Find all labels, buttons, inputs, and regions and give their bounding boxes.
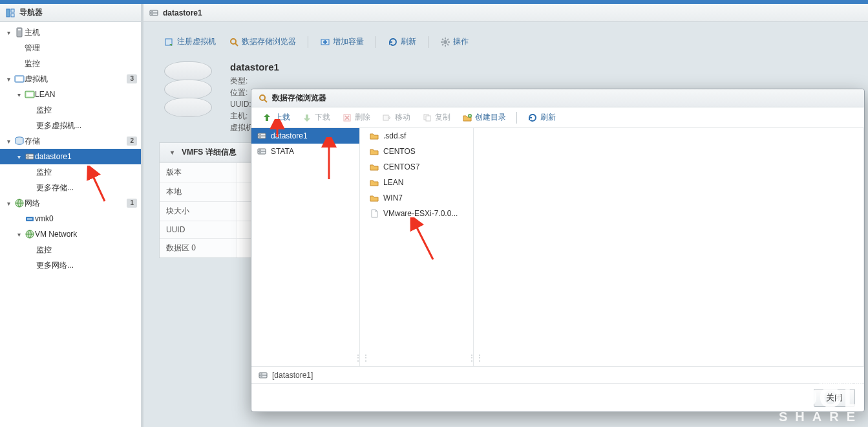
datastore-browser-dialog: 数据存储浏览器 上载 下载 删除 移动 复制 创建目录 刷新 datastore… [251, 89, 865, 412]
vmfs-title: VMFS 详细信息 [182, 147, 237, 158]
vswitch-icon [25, 229, 35, 239]
path-bar: [datastore1] [251, 366, 864, 383]
folder-icon [369, 131, 379, 141]
browse-icon [229, 37, 239, 47]
nav-storage[interactable]: ▾ 存储 2 [0, 133, 141, 149]
folder-icon [369, 162, 379, 172]
register-vm-button[interactable]: 注册虚拟机 [159, 34, 221, 50]
datastore-icon [257, 131, 267, 141]
vm-on-icon [25, 89, 35, 100]
actions-button[interactable]: 操作 [435, 34, 474, 50]
host-icon [14, 27, 25, 38]
nav-net-more[interactable]: 更多网络... [0, 257, 141, 273]
preview-column [478, 128, 864, 366]
datastore-icon [149, 8, 159, 18]
ds-item-stata[interactable]: STATA [251, 144, 359, 159]
list-item[interactable]: .sdd.sf [364, 128, 473, 144]
dialog-toolbar: 上载 下载 删除 移动 复制 创建目录 刷新 [251, 107, 864, 128]
network-count-badge: 1 [127, 199, 137, 208]
collapse-toggle[interactable]: ▾ [14, 90, 23, 99]
nav-host-manage[interactable]: 管理 [0, 40, 141, 56]
collapse-toggle[interactable]: ▾ [4, 74, 13, 83]
nav-vm-lean-monitor[interactable]: 监控 [0, 102, 141, 118]
nav-net-monitor[interactable]: 监控 [0, 242, 141, 257]
nav-vm-more[interactable]: 更多虚拟机... [0, 118, 141, 133]
refresh-icon [388, 37, 398, 47]
tab-title: datastore1 [163, 8, 202, 17]
refresh-button[interactable]: 刷新 [383, 34, 421, 50]
navigator-tree: ▾ 主机 管理 监控 ▾ 虚拟机 3 ▾ LEAN 监控 [0, 22, 141, 427]
collapse-toggle[interactable]: ▾ [14, 152, 23, 161]
list-item[interactable]: CENTOS [364, 144, 473, 159]
path-text: [datastore1] [272, 371, 313, 380]
list-item[interactable]: CENTOS7 [364, 159, 473, 175]
datastore-icon [258, 370, 268, 380]
dialog-refresh-button[interactable]: 刷新 [522, 109, 561, 126]
download-icon [302, 113, 312, 123]
download-button[interactable]: 下载 [297, 109, 335, 126]
datastore-browser-button[interactable]: 数据存储浏览器 [224, 34, 301, 50]
delete-button[interactable]: 删除 [337, 109, 376, 126]
network-icon [14, 198, 25, 208]
dialog-title: 数据存储浏览器 [272, 93, 326, 104]
copy-button[interactable]: 复制 [417, 109, 456, 126]
vmkernel-icon [25, 214, 35, 224]
datastore-graphic [159, 61, 217, 133]
datastore-icon [257, 146, 267, 157]
vm-icon [14, 74, 25, 84]
list-item[interactable]: WIN7 [364, 190, 473, 206]
ds-item-datastore1[interactable]: datastore1 [251, 128, 359, 144]
nav-vmnetwork[interactable]: ▾ VM Network [0, 226, 141, 242]
datastore-name: datastore1 [230, 61, 279, 72]
move-button[interactable]: 移动 [377, 109, 416, 126]
folder-list-column: .sdd.sf CENTOS CENTOS7 LEAN WIN7 VMware-… [364, 128, 474, 366]
gear-icon [440, 37, 450, 47]
navigator-header: 导航器 [0, 4, 141, 22]
navigator-sidebar: 导航器 ▾ 主机 管理 监控 ▾ 虚拟机 3 ▾ [0, 4, 143, 427]
vm-count-badge: 3 [127, 74, 137, 83]
register-icon [164, 37, 175, 47]
folder-icon [369, 193, 379, 203]
datastore-toolbar: 注册虚拟机 数据存储浏览器 增加容量 刷新 操作 [159, 34, 852, 50]
content-tab: datastore1 [143, 4, 868, 22]
collapse-toggle[interactable]: ▾ [4, 199, 13, 208]
browse-icon [258, 93, 268, 104]
collapse-toggle[interactable]: ▾ [14, 230, 23, 239]
refresh-icon [527, 113, 538, 123]
create-directory-button[interactable]: 创建目录 [457, 109, 511, 126]
folder-icon [369, 177, 379, 188]
list-item[interactable]: LEAN [364, 175, 473, 190]
mkdir-icon [462, 113, 472, 123]
nav-vms[interactable]: ▾ 虚拟机 3 [0, 71, 141, 87]
upload-icon [262, 113, 272, 123]
datastore-icon [25, 151, 35, 162]
navigator-icon [5, 8, 16, 18]
increase-capacity-button[interactable]: 增加容量 [315, 34, 369, 50]
nav-ds-monitor[interactable]: 监控 [0, 164, 141, 180]
collapse-toggle[interactable]: ▾ [4, 137, 13, 146]
nav-host-monitor[interactable]: 监控 [0, 56, 141, 71]
storage-count-badge: 2 [127, 137, 137, 146]
upload-button[interactable]: 上载 [257, 109, 295, 126]
datastore-list-column: datastore1 STATA [251, 128, 360, 366]
navigator-title: 导航器 [19, 7, 43, 18]
list-item[interactable]: VMware-ESXi-7.0.0... [364, 206, 473, 221]
collapse-toggle[interactable]: ▾ [4, 28, 13, 37]
file-icon [369, 208, 379, 219]
folder-icon [369, 146, 379, 157]
delete-icon [342, 113, 352, 123]
close-button[interactable]: 关闭 [814, 389, 855, 407]
storage-icon [14, 136, 25, 146]
nav-network[interactable]: ▾ 网络 1 [0, 195, 141, 211]
dialog-titlebar[interactable]: 数据存储浏览器 [251, 89, 864, 107]
nav-vmk0[interactable]: ▾ vmk0 [0, 211, 141, 226]
capacity-icon [320, 37, 330, 47]
nav-datastore1[interactable]: ▾ datastore1 [0, 149, 141, 164]
nav-vm-lean[interactable]: ▾ LEAN [0, 87, 141, 102]
nav-ds-more[interactable]: 更多存储... [0, 180, 141, 195]
move-icon [382, 113, 392, 123]
copy-icon [422, 113, 432, 123]
nav-host[interactable]: ▾ 主机 [0, 25, 141, 40]
